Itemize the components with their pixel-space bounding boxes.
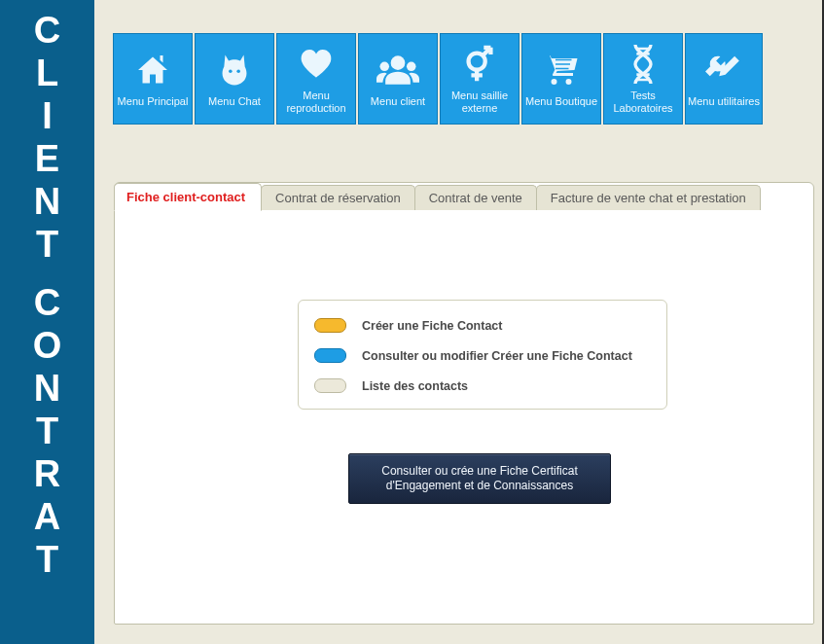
gender-icon (455, 44, 504, 85)
pill-icon (314, 318, 346, 333)
menu-chat-button[interactable]: Menu Chat (195, 33, 274, 125)
pill-icon (314, 348, 346, 363)
toolbar-label: Menu Chat (206, 95, 263, 108)
toolbar-label: Menu saillie externe (441, 89, 519, 115)
home-icon (128, 50, 177, 90)
option-create-contact[interactable]: Créer une Fiche Contact (314, 318, 651, 333)
tab-contrat-reservation[interactable]: Contrat de réservation (261, 185, 415, 210)
options-group: Créer une Fiche Contact Consulter ou mod… (298, 300, 667, 410)
toolbar-label: Tests Laboratoires (604, 89, 682, 115)
certificate-button[interactable]: Consulter ou crée une Fiche Certificat d… (348, 453, 611, 504)
heart-icon (292, 44, 340, 85)
menu-client-button[interactable]: Menu client (358, 33, 438, 125)
svg-point-1 (236, 69, 240, 73)
tools-icon (699, 50, 748, 90)
option-label: Créer une Fiche Contact (362, 319, 502, 333)
pill-icon (314, 378, 346, 393)
menu-reproduction-button[interactable]: Menu reproduction (276, 33, 356, 125)
toolbar-label: Menu utilitaires (686, 95, 762, 108)
svg-point-2 (391, 55, 406, 70)
tab-contrat-vente[interactable]: Contrat de vente (414, 185, 537, 210)
option-consult-modify-contact[interactable]: Consulter ou modifier Créer une Fiche Co… (314, 348, 651, 363)
tab-fiche-client-contact[interactable]: Fiche client-contact (114, 183, 262, 211)
tab-facture-vente[interactable]: Facture de vente chat et prestation (536, 185, 761, 210)
cat-icon (210, 50, 259, 90)
tab-body: Créer une Fiche Contact Consulter ou mod… (115, 210, 813, 624)
people-icon (374, 50, 422, 90)
toolbar-label: Menu Boutique (523, 95, 599, 108)
tabs-panel: Fiche client-contact Contrat de réservat… (114, 182, 814, 625)
svg-point-4 (407, 62, 416, 72)
svg-point-0 (229, 69, 233, 73)
menu-saillie-button[interactable]: Menu saillie externe (440, 33, 519, 125)
menu-utilitaires-button[interactable]: Menu utilitaires (685, 33, 763, 125)
option-label: Consulter ou modifier Créer une Fiche Co… (362, 349, 632, 363)
tab-row: Fiche client-contact Contrat de réservat… (114, 182, 760, 210)
menu-tests-lab-button[interactable]: Tests Laboratoires (603, 33, 683, 125)
menu-boutique-button[interactable]: Menu Boutique (521, 33, 601, 125)
toolbar-label: Menu Principal (116, 95, 191, 108)
main-content: Menu Principal Menu Chat Menu reproducti… (94, 0, 824, 644)
dna-icon (619, 44, 667, 85)
option-list-contacts[interactable]: Liste des contacts (314, 378, 651, 393)
svg-point-3 (379, 62, 389, 72)
toolbar-label: Menu reproduction (277, 89, 355, 115)
main-toolbar: Menu Principal Menu Chat Menu reproducti… (113, 33, 763, 125)
option-label: Liste des contacts (362, 379, 468, 393)
cart-icon (537, 50, 586, 90)
toolbar-label: Menu client (369, 95, 427, 108)
menu-principal-button[interactable]: Menu Principal (113, 33, 193, 125)
side-title-rail: C L I E N T C O N T R A T (0, 0, 94, 644)
